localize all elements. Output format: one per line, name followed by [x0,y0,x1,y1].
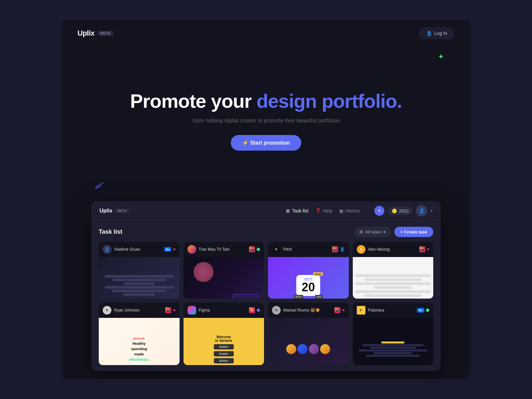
card-name-2: Tran Mau Tri Tam [199,247,247,252]
card-icons-4: 📷 ♥ [419,246,429,252]
heart-badge-1: ♥ [173,247,175,252]
earmark-title-4: effortlessly. [129,357,149,361]
avatar-1: 👤 [103,245,111,254]
task-card-header-3: P Pitch 📷 👤 [268,242,349,257]
card-name-8: Flatonica [368,308,415,313]
hero-subtitle: Uplix helping digital creator to promote… [193,118,340,124]
task-card-header-2: Tran Mau Tri Tam 📷 [184,242,264,257]
heart-badge-4: ♥ [427,247,429,252]
task-card-2: Tran Mau Tri Tam 📷 Perform Task 🪙 100 [184,242,264,299]
card-icons-6: 🎨 [249,307,260,313]
nav-link-history[interactable]: ▣ History [339,208,360,213]
card-name-3: Pitch [283,247,330,252]
arek-tag: Arek [315,295,323,299]
app-beta-badge: BETA [115,208,130,213]
app-logo-text: Uplix [99,208,112,214]
tasklist-icon: ⊞ [286,208,290,213]
decoration-lines [95,185,104,188]
start-promotion-button[interactable]: ⚡ Start promotion [231,135,301,151]
create-task-button[interactable]: + Create task [394,227,433,237]
card-icons-2: 📷 [249,246,260,252]
task-card-header-1: 👤 Vladimir Gruev Be ♥ [99,242,180,257]
hero-title-highlight: design portfolio. [256,90,402,112]
task-card-3: P Pitch 📷 👤 Acme OCT 20 Demo [268,242,349,299]
nft-circle-1 [286,344,296,354]
ig-badge-4: 📷 [419,246,425,252]
card-image-2 [184,257,264,299]
top-nav: Uplix BETA 👤 Log In [62,20,470,47]
app-logo: Uplix BETA [99,208,130,214]
all-tasks-label: All tasks [365,229,381,234]
grid-icon: ⊞ [359,229,363,234]
avatar-8: F [357,306,365,315]
app-window: Uplix BETA ⊞ Task list ❓ Help ▣ History … [91,201,441,371]
task-card-header-6: Figma 🎨 [184,303,264,318]
nft-circle-2 [298,344,308,354]
app-nav-right: + 🪙 2023 👤 ▾ [374,205,433,216]
add-button[interactable]: + [374,206,384,216]
card-image-6: Welcometo Variants Button Button Button [184,318,264,365]
oct-number: 20 [302,281,315,293]
card-name-4: Alex Herzog [368,247,417,252]
star-decoration: ✦ [438,53,444,61]
card-icons-7: 📷 ♥ [334,307,344,313]
task-card-5: R Ryan Johnson 📷 ♥ earmark. Healthy spen… [99,303,180,365]
card-name-6: Figma [199,308,247,313]
create-task-label: + Create task [400,229,427,234]
card-icons-1: Be ♥ [164,247,176,252]
acme-tag: Acme [313,272,323,276]
be-badge-8: Be [417,308,424,313]
logo-area: Uplix BETA [77,29,113,38]
ig-badge-3: 📷 [332,246,338,252]
user-avatar[interactable]: 👤 [416,205,427,216]
task-area: Task list ⊞ All tasks ▾ + Create task [91,221,441,371]
card-name-7: Manuel Rovira 🐻🦁 [283,308,332,313]
app-nav-links: ⊞ Task list ❓ Help ▣ History [286,208,360,213]
help-label: Help [323,208,332,213]
earmark-logo: earmark. [133,337,145,340]
fig-badge-6: 🎨 [249,307,255,313]
beta-badge: BETA [98,31,113,36]
ig-badge-5: 📷 [165,307,171,313]
demo-tag: Demo [294,295,303,299]
hero-title-white: Promote your [130,90,251,112]
heart-badge-7: ♥ [342,308,344,313]
task-card-header-5: R Ryan Johnson 📷 ♥ [99,303,180,318]
card-image-8 [353,318,434,365]
nft-circle-4 [320,344,330,354]
chevron-down-icon[interactable]: ▾ [431,208,433,213]
variants-title: Welcometo Variants [215,335,232,342]
nav-link-tasklist[interactable]: ⊞ Task list [286,208,309,213]
earmark-title-3: made [134,352,144,356]
heart-badge-5: ♥ [173,308,175,313]
nft-circle-3 [309,344,319,354]
task-grid-row2: R Ryan Johnson 📷 ♥ earmark. Healthy spen… [99,303,433,365]
help-icon: ❓ [315,208,321,213]
ig-badge-7: 📷 [334,307,340,313]
hero-section: ✦ Promote your design portfolio. Uplix h… [62,47,470,201]
login-button[interactable]: 👤 Log In [419,27,455,39]
task-card-1: 👤 Vladimir Gruev Be ♥ [99,242,180,299]
task-card-header-8: F Flatonica Be [353,303,434,318]
card-icons-3: 📷 👤 [332,246,345,252]
all-tasks-button[interactable]: ⊞ All tasks ▾ [354,227,391,237]
tasklist-label: Task list [292,208,309,213]
avatar-2 [188,245,196,254]
task-card-6: Figma 🎨 Welcometo Variants Button Button… [184,303,264,365]
card-icons-5: 📷 ♥ [165,307,175,313]
oct-badge: Acme OCT 20 Demo Arek [296,275,320,296]
nav-link-help[interactable]: ❓ Help [315,208,332,213]
start-promotion-label: ⚡ Start promotion [242,140,290,146]
year-badge: 🪙 2023 [388,207,413,215]
card-name-1: Vladimir Gruev [114,247,162,252]
ig-badge-2: 📷 [249,246,255,252]
avatar-3: P [272,245,281,254]
user-badge-3: 👤 [340,247,345,252]
coin-icon: 🪙 [392,208,397,213]
task-card-4: A Alex Herzog 📷 ♥ [353,242,434,299]
user-icon: 👤 [426,31,432,36]
task-grid-row1: 👤 Vladimir Gruev Be ♥ [99,242,433,299]
card-icons-8: Be [417,308,429,313]
app-nav: Uplix BETA ⊞ Task list ❓ Help ▣ History … [91,201,441,221]
green-dot-2 [257,248,260,251]
